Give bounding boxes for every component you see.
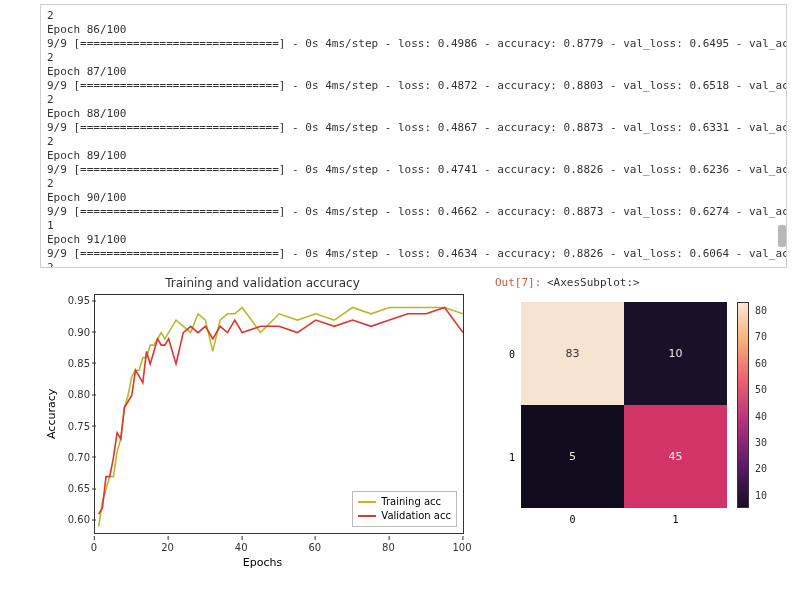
- y-tick: 0.70: [66, 451, 90, 462]
- x-tick: 60: [308, 542, 321, 553]
- heatmap-cell-1-1: 45: [624, 405, 727, 508]
- colorbar-tick: 30: [755, 436, 767, 447]
- x-tick: 80: [382, 542, 395, 553]
- confusion-matrix-heatmap: 8310545 01011020304050607080: [505, 302, 781, 554]
- chart-y-axis-label: Accuracy: [44, 276, 58, 551]
- colorbar-tick: 60: [755, 357, 767, 368]
- series-line-1: [99, 308, 463, 515]
- output-prompt: Out[7]:: [495, 276, 541, 289]
- legend-swatch-validation: [358, 515, 376, 517]
- y-tick: 0.95: [66, 295, 90, 306]
- accuracy-chart: Training and validation accuracy Accurac…: [40, 276, 485, 571]
- colorbar: [737, 302, 749, 508]
- y-tick: 0.75: [66, 420, 90, 431]
- legend-row-validation: Validation acc: [358, 509, 451, 523]
- x-tick: 40: [235, 542, 248, 553]
- heatmap-x-label: 1: [672, 514, 678, 525]
- y-tick: 0.80: [66, 389, 90, 400]
- colorbar-tick: 70: [755, 331, 767, 342]
- legend-swatch-training: [358, 501, 376, 503]
- x-tick: 100: [452, 542, 471, 553]
- output-repr: <AxesSubplot:>: [547, 276, 640, 289]
- chart-title: Training and validation accuracy: [40, 276, 485, 290]
- colorbar-tick: 20: [755, 463, 767, 474]
- colorbar-tick: 10: [755, 489, 767, 500]
- x-tick: 0: [91, 542, 97, 553]
- legend-label-training: Training acc: [381, 495, 441, 509]
- y-tick: 0.85: [66, 357, 90, 368]
- heatmap-cell-0-1: 10: [624, 302, 727, 405]
- scrollbar-thumb[interactable]: [778, 225, 786, 247]
- training-log-text: 2 Epoch 86/100 9/9 [====================…: [41, 5, 786, 268]
- heatmap-y-label: 0: [505, 348, 519, 359]
- x-tick: 20: [161, 542, 174, 553]
- chart-legend: Training acc Validation acc: [352, 491, 457, 527]
- heatmap-cell-1-0: 5: [521, 405, 624, 508]
- heatmap-output-cell: Out[7]: <AxesSubplot:> 8310545 010110203…: [495, 276, 787, 571]
- y-tick: 0.65: [66, 483, 90, 494]
- y-tick: 0.90: [66, 326, 90, 337]
- heatmap-cell-0-0: 83: [521, 302, 624, 405]
- colorbar-tick: 80: [755, 304, 767, 315]
- legend-label-validation: Validation acc: [381, 509, 451, 523]
- legend-row-training: Training acc: [358, 495, 451, 509]
- chart-plot-area: Training acc Validation acc: [94, 294, 464, 534]
- chart-x-axis-label: Epochs: [40, 556, 485, 569]
- colorbar-tick: 50: [755, 384, 767, 395]
- training-log-output[interactable]: 2 Epoch 86/100 9/9 [====================…: [40, 4, 787, 268]
- y-tick: 0.60: [66, 514, 90, 525]
- colorbar-tick: 40: [755, 410, 767, 421]
- heatmap-y-label: 1: [505, 451, 519, 462]
- heatmap-x-label: 0: [569, 514, 575, 525]
